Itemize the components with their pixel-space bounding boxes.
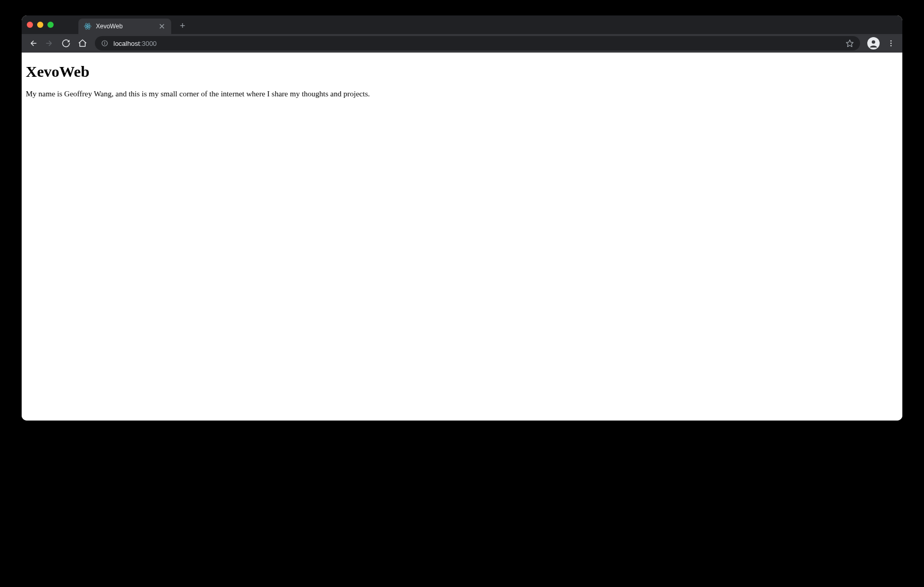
window-close-button[interactable]	[27, 22, 33, 28]
svg-point-14	[890, 40, 892, 41]
bookmark-star-icon[interactable]	[846, 39, 854, 47]
svg-point-15	[890, 43, 892, 44]
tab-close-button[interactable]	[158, 22, 166, 30]
profile-avatar-button[interactable]	[867, 37, 880, 49]
browser-menu-button[interactable]	[884, 36, 898, 51]
tab-bar: XevoWeb +	[22, 15, 902, 34]
url-host: localhost	[113, 40, 140, 47]
svg-marker-11	[846, 40, 853, 46]
back-button[interactable]	[26, 36, 40, 51]
site-info-icon[interactable]	[101, 40, 108, 47]
home-button[interactable]	[75, 36, 90, 51]
svg-point-16	[890, 45, 892, 46]
url-port: :3000	[140, 40, 157, 47]
window-maximize-button[interactable]	[47, 22, 54, 28]
page-intro-paragraph: My name is Geoffrey Wang, and this is my…	[26, 90, 898, 98]
browser-window: XevoWeb +	[22, 15, 902, 421]
svg-point-10	[105, 42, 105, 42]
window-minimize-button[interactable]	[37, 22, 43, 28]
navigation-bar: localhost:3000	[22, 34, 902, 53]
svg-point-0	[87, 26, 88, 27]
page-heading: XevoWeb	[26, 63, 898, 80]
tab-title: XevoWeb	[96, 23, 154, 30]
window-controls	[27, 22, 54, 34]
reload-button[interactable]	[59, 36, 73, 51]
new-tab-button[interactable]: +	[175, 19, 190, 33]
svg-point-13	[872, 40, 876, 44]
url-text: localhost:3000	[113, 40, 840, 47]
forward-button[interactable]	[42, 36, 57, 51]
page-content: XevoWeb My name is Geoffrey Wang, and th…	[22, 53, 902, 421]
address-bar[interactable]: localhost:3000	[95, 36, 860, 51]
react-favicon-icon	[84, 22, 92, 30]
browser-tab[interactable]: XevoWeb	[78, 19, 171, 34]
